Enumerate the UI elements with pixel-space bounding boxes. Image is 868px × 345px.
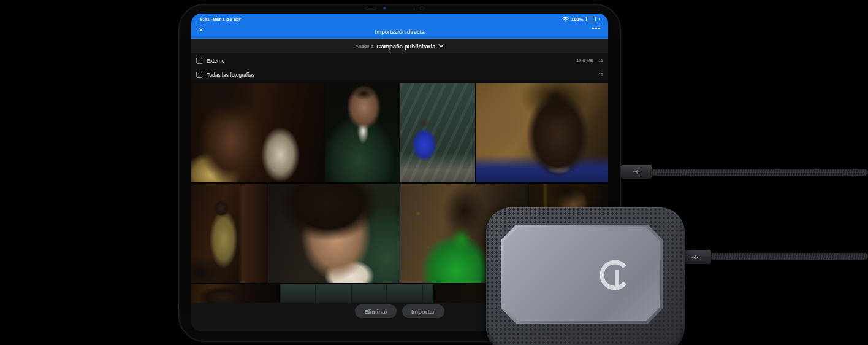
all-photos-label: Todas las fotografías	[207, 72, 254, 78]
battery-tip	[599, 18, 600, 20]
add-to-value: Campaña publicitaria	[376, 43, 435, 50]
wifi-icon	[562, 17, 569, 22]
photo-thumbnail[interactable]	[191, 184, 267, 283]
import-button[interactable]: Importar	[402, 304, 444, 318]
more-options-button[interactable]: •••	[592, 25, 601, 32]
braided-cable-top	[651, 169, 868, 176]
photo-thumbnail[interactable]	[191, 83, 324, 182]
battery-icon	[586, 17, 596, 21]
photo-thumbnail[interactable]	[400, 83, 475, 182]
ipad-sensor-pill	[365, 7, 377, 10]
ipad-front-camera	[383, 7, 386, 10]
photo-thumbnail[interactable]	[325, 83, 400, 182]
page-title: Importación directa	[191, 28, 608, 35]
battery-percent: 100%	[571, 17, 584, 22]
ipad-sensor-ring	[420, 6, 424, 10]
photo-thumbnail[interactable]	[191, 284, 279, 303]
externo-checkbox[interactable]	[196, 58, 202, 64]
section-row-externo: Externo 17.6 MB – 11	[191, 53, 608, 68]
status-time: 9:41	[200, 17, 210, 22]
delete-button[interactable]: Eliminar	[355, 304, 397, 318]
status-date: Mar 1 de abr	[212, 17, 241, 22]
add-to-dropdown[interactable]: Añadir a Campaña publicitaria	[191, 39, 608, 53]
ssd-metal-plate	[504, 227, 660, 321]
section-row-all-photos: Todas las fotografías 11	[191, 68, 608, 82]
braided-cable-drive	[710, 253, 868, 260]
photo-thumbnail[interactable]	[476, 83, 608, 182]
usb-connector-top	[621, 165, 652, 179]
import-header: ✕ Importación directa •••	[191, 25, 608, 39]
g-drive-logo-icon	[596, 257, 633, 293]
ipad-mic-dot	[413, 8, 415, 10]
add-to-label: Añadir a	[356, 44, 374, 49]
all-photos-checkbox[interactable]	[196, 72, 202, 78]
chevron-down-icon	[438, 44, 444, 48]
scene: 9:41 Mar 1 de abr 100% ✕ Importación dir…	[0, 0, 868, 345]
all-photos-meta: 11	[598, 72, 603, 77]
photo-thumbnail[interactable]	[280, 284, 433, 303]
externo-meta: 17.6 MB – 11	[576, 58, 603, 63]
usb-trident-icon	[690, 255, 699, 260]
external-ssd-drive	[486, 207, 685, 345]
photo-thumbnail[interactable]	[267, 184, 400, 283]
externo-label: Externo	[207, 58, 224, 64]
status-bar: 9:41 Mar 1 de abr 100%	[191, 14, 608, 25]
status-time-date: 9:41 Mar 1 de abr	[200, 17, 241, 22]
usb-trident-icon	[632, 169, 641, 174]
